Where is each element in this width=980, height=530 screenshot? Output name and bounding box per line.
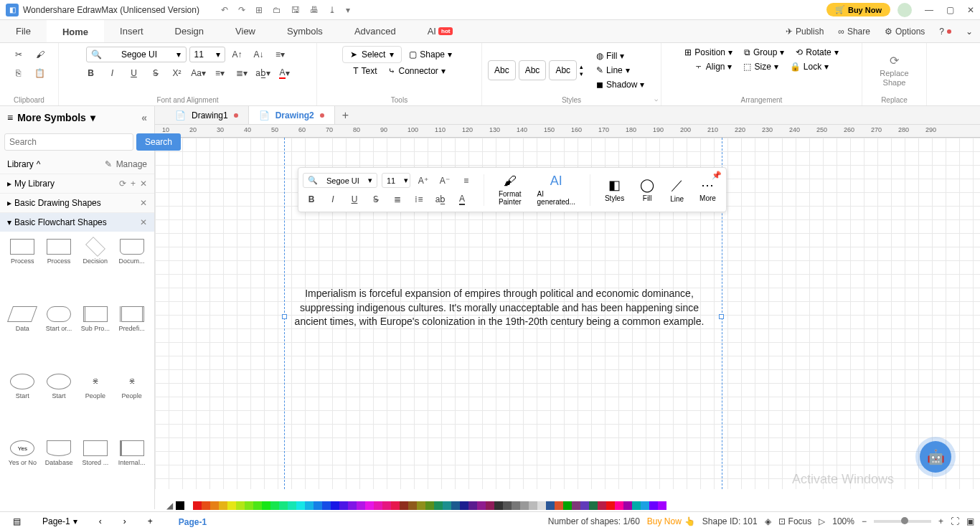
undo-icon[interactable]: ↶ — [221, 5, 228, 15]
color-swatch[interactable] — [486, 501, 494, 510]
refresh-icon[interactable]: ⟳ — [119, 179, 126, 189]
color-swatch[interactable] — [288, 501, 296, 510]
font-name-combo[interactable]: 🔍Segoe UI▾ — [86, 47, 187, 62]
color-swatch[interactable] — [555, 501, 563, 510]
shape-database[interactable]: Database — [41, 437, 77, 505]
italic-icon[interactable]: I — [103, 65, 122, 82]
chevron-down-icon[interactable]: ▾ — [90, 112, 95, 123]
color-swatch[interactable] — [641, 501, 649, 510]
style-preset-1[interactable]: Abc — [488, 60, 516, 80]
float-numbered-list-icon[interactable]: ≣ — [389, 191, 406, 207]
view-tab[interactable]: View — [220, 20, 271, 42]
basic-drawing-section[interactable]: ▸ Basic Drawing Shapes ✕ — [0, 193, 154, 212]
zoom-out-button[interactable]: − — [862, 516, 867, 526]
buy-now-button[interactable]: 🛒 Buy Now — [826, 3, 890, 16]
rotate-button[interactable]: ⟲ Rotate▾ — [791, 46, 842, 59]
float-highlight-icon[interactable]: ab̲ — [432, 191, 449, 207]
selection-handle-left[interactable] — [282, 314, 287, 319]
color-swatch[interactable] — [391, 501, 400, 510]
color-swatch[interactable] — [468, 501, 477, 510]
export-icon[interactable]: ⤓ — [329, 5, 336, 15]
next-page-button[interactable]: › — [116, 516, 133, 526]
color-swatch[interactable] — [460, 501, 468, 510]
color-swatch[interactable] — [598, 501, 606, 510]
maximize-icon[interactable]: ▢ — [946, 5, 954, 15]
focus-button[interactable]: ⊡ Focus — [778, 516, 812, 526]
float-fill-button[interactable]: ◯Fill — [634, 176, 660, 204]
close-icon[interactable]: ✕ — [140, 198, 147, 208]
color-swatch[interactable] — [365, 501, 374, 510]
float-size-combo[interactable]: 11▾ — [382, 173, 410, 188]
shape-internal[interactable]: Internal... — [113, 437, 150, 505]
shape-decision[interactable]: Decision — [77, 236, 114, 303]
help-button[interactable]: ? — [932, 20, 958, 42]
symbols-tab[interactable]: Symbols — [271, 20, 339, 42]
text-button[interactable]: T Text — [349, 65, 381, 77]
shape-start[interactable]: Start — [4, 371, 41, 438]
page-layout-button[interactable]: ▤ — [6, 516, 28, 526]
color-swatch[interactable] — [331, 501, 339, 510]
color-swatch[interactable] — [589, 501, 598, 510]
color-swatch[interactable] — [434, 501, 443, 510]
size-button[interactable]: ⬚ Size▾ — [739, 60, 782, 73]
float-increase-font-icon[interactable]: A⁺ — [415, 173, 432, 189]
lock-button[interactable]: 🔒 Lock▾ — [786, 60, 833, 73]
library-label[interactable]: Library — [7, 159, 34, 169]
color-swatch[interactable] — [374, 501, 382, 510]
float-strikethrough-icon[interactable]: S̶ — [367, 191, 385, 207]
strikethrough-icon[interactable]: S̶ — [146, 65, 165, 82]
design-tab[interactable]: Design — [159, 20, 220, 42]
color-swatch[interactable] — [262, 501, 270, 510]
superscript-icon[interactable]: X² — [168, 65, 187, 82]
color-swatch[interactable] — [537, 501, 546, 510]
select-button[interactable]: ➤ Select ▾ — [342, 46, 402, 63]
float-bold-icon[interactable]: B — [303, 191, 320, 207]
float-line-button[interactable]: ／Line — [664, 175, 689, 204]
bold-icon[interactable]: B — [82, 65, 100, 82]
color-swatch[interactable] — [572, 501, 580, 510]
document-tab-1[interactable]: 📄 Drawing1 — [165, 106, 249, 124]
insert-tab[interactable]: Insert — [104, 20, 159, 42]
float-styles-button[interactable]: ◧Styles — [599, 176, 630, 204]
float-decrease-font-icon[interactable]: A⁻ — [436, 173, 453, 189]
case-icon[interactable]: Aa▾ — [189, 65, 208, 82]
close-icon[interactable]: ✕ — [140, 217, 147, 227]
color-swatch[interactable] — [270, 501, 279, 510]
chat-assistant-button[interactable]: 🤖 — [920, 441, 951, 473]
color-swatch[interactable] — [623, 501, 632, 510]
color-swatch[interactable] — [322, 501, 331, 510]
color-swatch[interactable] — [477, 501, 486, 510]
share-button[interactable]: ∞Share — [831, 20, 877, 42]
redo-icon[interactable]: ↷ — [238, 5, 245, 15]
color-swatch[interactable] — [236, 501, 245, 510]
expand-styles-icon[interactable]: ⌵ — [654, 95, 658, 103]
color-swatch[interactable] — [296, 501, 305, 510]
font-size-combo[interactable]: 11▾ — [189, 47, 225, 62]
buy-now-link[interactable]: Buy Now 👆 — [647, 516, 695, 526]
color-swatch[interactable] — [176, 501, 184, 510]
open-icon[interactable]: 🗀 — [273, 5, 281, 15]
decrease-font-icon[interactable]: A↓ — [250, 46, 268, 63]
shape-people[interactable]: 웃People — [113, 371, 150, 438]
shape-subpro[interactable]: Sub Pro... — [77, 303, 114, 371]
color-swatch[interactable] — [314, 501, 322, 510]
color-swatch[interactable] — [305, 501, 314, 510]
save-icon[interactable]: 🖫 — [291, 5, 300, 15]
float-font-color-icon[interactable]: A — [453, 191, 471, 207]
style-preset-2[interactable]: Abc — [519, 60, 547, 80]
float-underline-icon[interactable]: U — [346, 191, 363, 207]
shape-people[interactable]: 웃People — [77, 371, 114, 438]
bullet-icon[interactable]: ≣▾ — [232, 65, 251, 82]
chevron-up-icon[interactable]: ▴ — [580, 63, 583, 70]
add-page-button[interactable]: + — [141, 516, 160, 526]
increase-font-icon[interactable]: A↑ — [228, 46, 247, 63]
chevron-up-icon[interactable]: ^ — [37, 159, 41, 169]
paste-icon[interactable]: 📋 — [31, 65, 50, 82]
color-swatch[interactable] — [210, 501, 219, 510]
add-icon[interactable]: + — [131, 179, 136, 189]
color-swatch[interactable] — [546, 501, 555, 510]
color-swatch[interactable] — [615, 501, 623, 510]
zoom-level[interactable]: 100% — [832, 516, 854, 526]
close-icon[interactable]: ✕ — [140, 179, 147, 189]
dropdown-icon[interactable]: ▾ — [346, 5, 350, 15]
